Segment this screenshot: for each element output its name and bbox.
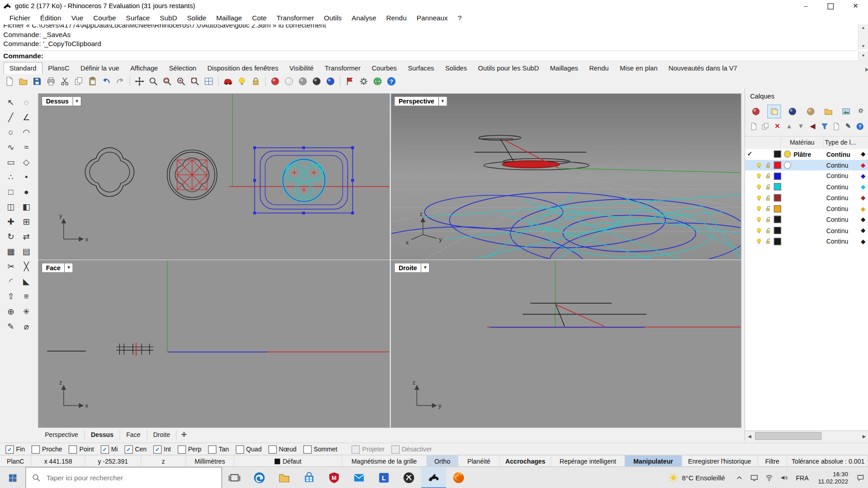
toolbar-tab-mise-en-plan[interactable]: Mise en plan: [614, 62, 663, 74]
toolbar-tab-disposition-des-fenetres[interactable]: Disposition des fenêtres: [202, 62, 283, 74]
curve-icon[interactable]: ∿: [3, 140, 18, 154]
display-tab-icon[interactable]: [786, 105, 799, 117]
move-icon[interactable]: [133, 75, 146, 88]
zoom-extents-icon[interactable]: [188, 75, 201, 88]
toolbar-tab-definir-la-vue[interactable]: Définir la vue: [75, 62, 125, 74]
layer-linetype[interactable]: Continu: [826, 238, 858, 245]
layers-tab-icon[interactable]: [767, 104, 781, 118]
render-red-icon[interactable]: [269, 75, 282, 88]
new-viewport-icon[interactable]: ✚: [177, 431, 191, 439]
layer-linetype[interactable]: Continu: [826, 173, 858, 179]
search-input[interactable]: [45, 474, 197, 483]
toolbar-tab-transformer[interactable]: Transformer: [319, 62, 366, 74]
checkbox-projeter[interactable]: [352, 445, 360, 453]
layer-visibility-icon[interactable]: [755, 173, 764, 179]
cylinder-icon[interactable]: ◫: [3, 200, 18, 214]
extrude-icon[interactable]: ⇧: [3, 289, 18, 303]
visibility-icon[interactable]: [235, 75, 248, 88]
layer-color-swatch[interactable]: [773, 162, 783, 169]
status-manipulateur[interactable]: Manipulateur: [625, 455, 682, 467]
checkbox-int[interactable]: ✓: [153, 445, 161, 453]
checkbox-proche[interactable]: [32, 445, 40, 453]
osnap-n-ud[interactable]: Nœud: [268, 445, 296, 453]
layer-visibility-icon[interactable]: [755, 162, 764, 169]
status-millimetres[interactable]: Millimètres: [186, 455, 234, 467]
status-tolerance-absolue-0-001[interactable]: Tolérance absolue : 0.001: [787, 455, 868, 467]
layer-row[interactable]: Continu◆: [745, 160, 868, 170]
toolbar-tab-affichage[interactable]: Affichage: [125, 62, 164, 74]
layer-lock-icon[interactable]: [764, 238, 773, 245]
viewport-title-dessus[interactable]: Dessus: [42, 96, 73, 106]
copy-icon[interactable]: [72, 75, 85, 88]
tray-wifi-icon[interactable]: [762, 474, 777, 482]
menu-solide[interactable]: Solide: [182, 13, 212, 23]
help-icon[interactable]: [385, 75, 398, 88]
menu-maillage[interactable]: Maillage: [211, 13, 247, 23]
toolbar-overflow-icon[interactable]: ▶: [865, 66, 868, 74]
osnap-perp[interactable]: Perp: [178, 445, 202, 453]
rhino-icon[interactable]: [421, 467, 446, 488]
select-brush-icon[interactable]: ◌: [19, 95, 34, 109]
box-icon[interactable]: □: [3, 185, 18, 199]
status-magnetisme-de-la-grille[interactable]: Magnétisme de la grille: [342, 455, 427, 467]
status-reperage-intelligent[interactable]: Repérage intelligent: [552, 455, 625, 467]
materials-tab-icon[interactable]: [804, 105, 817, 117]
mcafee-icon[interactable]: [321, 467, 346, 488]
layer-visibility-icon[interactable]: [755, 195, 764, 202]
menu-analyse[interactable]: Analyse: [347, 13, 382, 23]
panel-gear-icon[interactable]: [858, 107, 864, 115]
osnap-fin[interactable]: ✓Fin: [5, 445, 25, 453]
list-icon[interactable]: [831, 121, 841, 131]
viewport-menu-arrow-icon[interactable]: ▼: [439, 96, 447, 106]
osnap-mi[interactable]: ✓Mi: [100, 445, 118, 453]
viewport-dessus[interactable]: y x Dessus▼: [39, 94, 389, 259]
scroll-left-icon[interactable]: ◀: [745, 433, 754, 438]
layer-visibility-icon[interactable]: [755, 183, 764, 190]
layer-lock-icon[interactable]: [764, 206, 773, 212]
checkbox-tan[interactable]: [208, 445, 216, 453]
viewport-face[interactable]: z x Face▼: [39, 261, 389, 427]
clock[interactable]: 16:30 11.02.2022: [813, 470, 853, 485]
libraries-tab-icon[interactable]: [822, 105, 835, 117]
explode-icon[interactable]: ✳: [19, 304, 34, 318]
viewport-dessus-canvas[interactable]: y x: [39, 94, 389, 259]
status-enregistrer-l-historique[interactable]: Enregistrer l'historique: [682, 455, 758, 467]
filter-icon[interactable]: [820, 121, 829, 131]
status-planc[interactable]: PlanC: [0, 455, 32, 467]
tray-volume-icon[interactable]: [777, 474, 792, 482]
arc-icon[interactable]: ◠: [19, 125, 34, 139]
x-app-icon[interactable]: [396, 467, 421, 488]
layer-lock-icon[interactable]: [764, 183, 773, 190]
viewport-tab-perspective[interactable]: Perspective: [39, 430, 85, 440]
layer-row[interactable]: Continu◆: [745, 182, 868, 192]
notification-center-icon[interactable]: [853, 474, 868, 482]
status-defaut[interactable]: Défaut: [234, 455, 342, 467]
cut-icon[interactable]: [58, 75, 71, 88]
trim-icon[interactable]: ✂: [3, 259, 18, 273]
layer-linetype[interactable]: Continu: [826, 162, 858, 169]
layer-row[interactable]: Continu◆: [745, 214, 868, 225]
tray-monitor-icon[interactable]: [747, 474, 762, 482]
properties-tab-icon[interactable]: [750, 105, 762, 117]
command-prompt[interactable]: Commande:: [3, 50, 857, 61]
rendering-tab-icon[interactable]: [840, 105, 852, 117]
status-x-441-158[interactable]: x 441.158: [32, 455, 85, 467]
toolbar-tab-outils-pour-les-subd[interactable]: Outils pour les SubD: [472, 62, 544, 74]
layer-lock-icon[interactable]: [764, 173, 773, 179]
viewport-tab-droite[interactable]: Droite: [147, 430, 177, 440]
polyline-icon[interactable]: ∠: [19, 110, 34, 124]
scroll-right-icon[interactable]: ▶: [860, 433, 868, 438]
edge-icon[interactable]: [247, 467, 272, 488]
join-icon[interactable]: ⊕: [3, 304, 18, 318]
layer-row[interactable]: Continu◆: [745, 225, 868, 236]
layer-material[interactable]: [783, 162, 826, 169]
checkbox-n-ud[interactable]: [268, 445, 276, 453]
toolbar-tab-plansc[interactable]: PlansC: [42, 62, 75, 74]
checkbox-point[interactable]: [69, 445, 77, 453]
toolbar-tab-surfaces[interactable]: Surfaces: [402, 62, 439, 74]
print-icon[interactable]: [44, 75, 57, 88]
viewport-tab-face[interactable]: Face: [120, 430, 147, 440]
line-icon[interactable]: ╱: [3, 110, 18, 124]
layer-visibility-icon[interactable]: [755, 238, 764, 245]
checkbox-sommet[interactable]: [303, 445, 311, 453]
